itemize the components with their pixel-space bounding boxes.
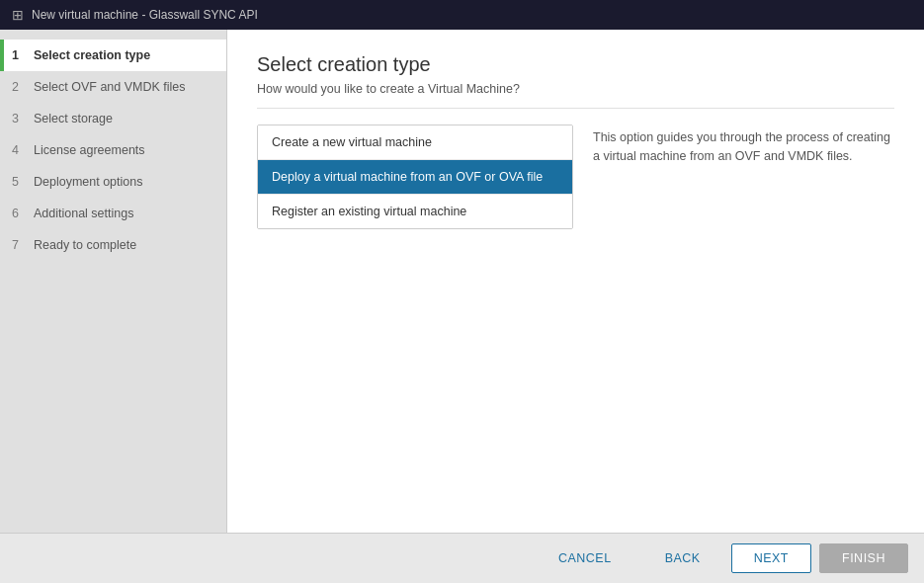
step-num-3: 3	[12, 112, 26, 125]
back-button[interactable]: BACK	[642, 543, 723, 573]
description-panel: This option guides you through the proce…	[593, 125, 894, 229]
sidebar-item-5[interactable]: 5Deployment options	[0, 166, 226, 198]
page-title: Select creation type	[257, 53, 894, 76]
title-bar: ⊞ New virtual machine - Glasswall SYNC A…	[0, 0, 924, 30]
content-body: Create a new virtual machineDeploy a vir…	[257, 125, 894, 229]
cancel-button[interactable]: CANCEL	[536, 543, 634, 573]
option-create-new[interactable]: Create a new virtual machine	[258, 125, 572, 160]
sidebar-item-3[interactable]: 3Select storage	[0, 103, 226, 134]
step-num-1: 1	[12, 48, 26, 62]
sidebar-item-4[interactable]: 4License agreements	[0, 134, 226, 166]
page-subtitle: How would you like to create a Virtual M…	[257, 82, 894, 109]
sidebar-item-7[interactable]: 7Ready to complete	[0, 229, 226, 261]
step-num-2: 2	[12, 80, 26, 94]
main-container: 1Select creation type2Select OVF and VMD…	[0, 30, 924, 533]
sidebar-label-1: Select creation type	[34, 48, 150, 62]
sidebar-label-2: Select OVF and VMDK files	[34, 80, 186, 94]
sidebar-label-4: License agreements	[34, 143, 145, 157]
content-area: Select creation type How would you like …	[227, 30, 924, 533]
vm-icon: ⊞	[12, 7, 24, 23]
sidebar-label-6: Additional settings	[34, 207, 133, 220]
step-num-5: 5	[12, 175, 26, 189]
sidebar: 1Select creation type2Select OVF and VMD…	[0, 30, 227, 533]
sidebar-label-5: Deployment options	[34, 175, 142, 189]
option-register-existing[interactable]: Register an existing virtual machine	[258, 195, 572, 228]
sidebar-label-3: Select storage	[34, 112, 113, 125]
step-num-6: 6	[12, 207, 26, 220]
finish-button: FINISH	[819, 543, 908, 573]
option-deploy-ovf[interactable]: Deploy a virtual machine from an OVF or …	[258, 160, 572, 195]
sidebar-item-1[interactable]: 1Select creation type	[0, 40, 226, 71]
next-button[interactable]: NEXT	[731, 543, 811, 573]
step-num-4: 4	[12, 143, 26, 157]
sidebar-item-2[interactable]: 2Select OVF and VMDK files	[0, 71, 226, 103]
step-num-7: 7	[12, 238, 26, 252]
sidebar-label-7: Ready to complete	[34, 238, 136, 252]
sidebar-item-6[interactable]: 6Additional settings	[0, 198, 226, 229]
footer: CANCEL BACK NEXT FINISH	[0, 533, 924, 583]
title-text: New virtual machine - Glasswall SYNC API	[32, 8, 258, 22]
option-list: Create a new virtual machineDeploy a vir…	[257, 125, 573, 229]
